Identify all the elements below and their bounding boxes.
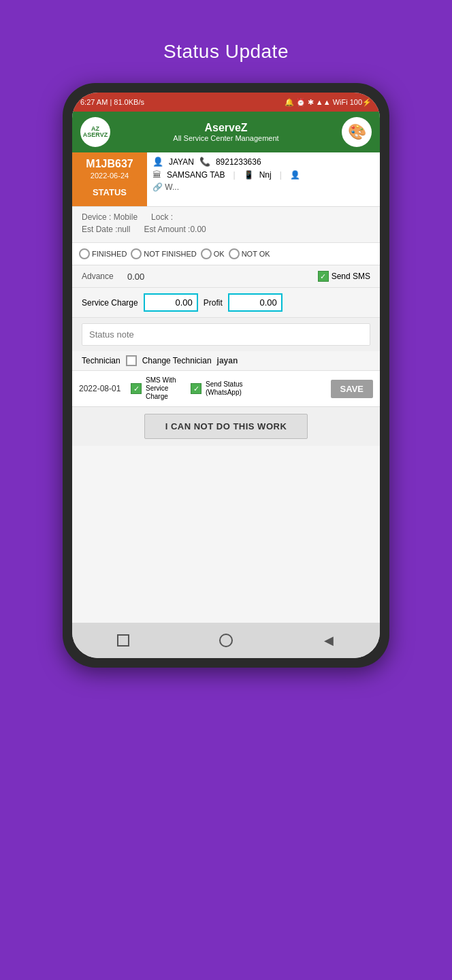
radio-circle-finished	[79, 248, 90, 259]
customer-phone: 8921233636	[216, 157, 261, 167]
advance-value: 0.00	[127, 272, 155, 282]
profit-label: Profit	[204, 298, 223, 308]
logo-sub-text: ASERVZ	[83, 132, 108, 138]
radio-not-finished[interactable]: NOT FINISHED	[131, 248, 196, 259]
page-title: Status Update	[163, 41, 289, 63]
device-row: 🏛 SAMSANG TAB | 📱 Nnj | 👤	[152, 169, 374, 180]
advance-row: Advance 0.00 ✓ Send SMS	[72, 265, 380, 288]
change-technician-label: Change Technician	[142, 356, 212, 365]
device-brand: SAMSANG TAB	[167, 170, 225, 180]
nav-recent-button[interactable]	[116, 633, 131, 648]
job-id-col: M1JB637 2022-06-24 STATUS	[72, 152, 147, 206]
technician-name: jayan	[217, 356, 238, 365]
est-amount-label: Est Amount :0.00	[144, 225, 206, 234]
lock-label: Lock :	[151, 212, 173, 222]
app-title-block: AserveZ All Service Center Management	[110, 122, 342, 142]
profit-input[interactable]	[228, 293, 282, 312]
service-charge-input[interactable]	[144, 293, 198, 312]
radio-not-finished-label: NOT FINISHED	[144, 250, 196, 258]
radio-ok-label: OK	[214, 250, 225, 258]
app-subtitle: All Service Center Management	[110, 134, 342, 142]
phone-screen: 6:27 AM | 81.0KB/s 🔔 ⏰ ✱ ▲▲ WiFi 100⚡ AZ…	[72, 93, 380, 658]
service-charge-label: Service Charge	[82, 298, 138, 308]
empty-area	[72, 446, 380, 623]
sms-service-charge-checkbox[interactable]: ✓	[131, 383, 142, 394]
nav-home-button[interactable]	[219, 633, 233, 648]
change-technician-checkbox[interactable]	[126, 355, 137, 366]
bottom-action-row: 2022-08-01 ✓ SMS With Service Charge ✓ S…	[72, 371, 380, 407]
whatsapp-row: 🔗 W...	[152, 182, 374, 192]
signal-icon: ▲▲	[316, 98, 331, 106]
job-status-button[interactable]: STATUS	[82, 184, 138, 201]
sms-service-charge-label: SMS With Service Charge	[146, 376, 187, 401]
cannot-work-button[interactable]: I CAN NOT DO THIS WORK	[144, 414, 308, 439]
notification-icon: 🔔	[285, 98, 294, 107]
action-date: 2022-08-01	[79, 384, 127, 393]
device-label: Device : Mobile	[82, 212, 138, 222]
radio-finished[interactable]: FINISHED	[79, 248, 127, 259]
bank-icon: 🏛	[152, 169, 161, 180]
phone-icon: 📞	[199, 157, 210, 167]
app-header: AZ ASERVZ AserveZ All Service Center Man…	[72, 112, 380, 152]
wifi-icon: WiFi	[333, 98, 348, 106]
job-id: M1JB637	[86, 158, 133, 170]
app-header-colorful-icon: 🎨	[342, 117, 372, 147]
device-value: Mobile	[114, 212, 138, 222]
status-radio-row: FINISHED NOT FINISHED OK NOT OK	[72, 243, 380, 265]
nav-back-button[interactable]: ◀	[321, 633, 336, 648]
advance-label: Advance	[82, 272, 119, 281]
job-date: 2022-06-24	[91, 172, 129, 180]
customer-name-row: 👤 JAYAN 📞 8921233636	[152, 157, 374, 167]
battery-icon: 100⚡	[350, 98, 372, 107]
est-row: Est Date :null Est Amount :0.00	[82, 225, 370, 234]
phone-shell: 6:27 AM | 81.0KB/s 🔔 ⏰ ✱ ▲▲ WiFi 100⚡ AZ…	[63, 83, 389, 668]
radio-ok[interactable]: OK	[201, 248, 225, 259]
whatsapp-icon: 🔗 W...	[152, 182, 179, 192]
divider2: |	[280, 170, 282, 180]
send-status-checkbox[interactable]: ✓	[191, 383, 201, 394]
service-profit-row: Service Charge Profit	[72, 288, 380, 318]
radio-circle-not-ok	[229, 248, 240, 259]
job-details-col: 👤 JAYAN 📞 8921233636 🏛 SAMSANG TAB | 📱 N…	[147, 152, 380, 206]
nav-home-icon	[219, 634, 233, 647]
technician-row: Technician Change Technician jayan	[72, 351, 380, 371]
user-icon: 👤	[290, 170, 300, 180]
job-info-row: M1JB637 2022-06-24 STATUS 👤 JAYAN 📞 8921…	[72, 152, 380, 207]
send-sms-checkbox[interactable]: ✓	[318, 271, 329, 282]
send-sms-label: Send SMS	[332, 272, 370, 281]
status-bar: 6:27 AM | 81.0KB/s 🔔 ⏰ ✱ ▲▲ WiFi 100⚡	[72, 93, 380, 112]
radio-circle-ok	[201, 248, 212, 259]
alarm-icon: ⏰	[296, 98, 306, 107]
bluetooth-icon: ✱	[308, 98, 314, 107]
save-button[interactable]: SAVE	[331, 380, 373, 398]
phone-nav-bar: ◀	[72, 623, 380, 658]
device-model: Nnj	[259, 170, 272, 180]
divider: |	[233, 170, 236, 180]
status-bar-icons: 🔔 ⏰ ✱ ▲▲ WiFi 100⚡	[285, 98, 372, 107]
send-sms-section: ✓ Send SMS	[318, 271, 370, 282]
send-status-label: Send Status (WhatsApp)	[206, 380, 246, 397]
customer-name: JAYAN	[169, 157, 194, 167]
device-lock-row: Device : Mobile Lock :	[82, 212, 370, 222]
device-info-section: Device : Mobile Lock : Est Date :null Es…	[72, 207, 380, 243]
radio-not-ok-label: NOT OK	[242, 250, 270, 258]
nav-back-icon: ◀	[324, 633, 334, 648]
colorful-logo-icon: 🎨	[348, 123, 366, 141]
status-bar-time: 6:27 AM | 81.0KB/s	[80, 98, 144, 106]
device-icon: 📱	[244, 170, 254, 180]
radio-not-ok[interactable]: NOT OK	[229, 248, 270, 259]
status-note-input[interactable]	[82, 323, 370, 346]
app-name: AserveZ	[110, 122, 342, 134]
est-date-label: Est Date :null	[82, 225, 130, 234]
person-icon: 👤	[152, 157, 163, 167]
technician-label: Technician	[82, 356, 120, 365]
radio-circle-not-finished	[131, 248, 142, 259]
app-logo: AZ ASERVZ	[80, 117, 110, 147]
nav-square-icon	[117, 634, 129, 647]
radio-finished-label: FINISHED	[92, 250, 127, 258]
